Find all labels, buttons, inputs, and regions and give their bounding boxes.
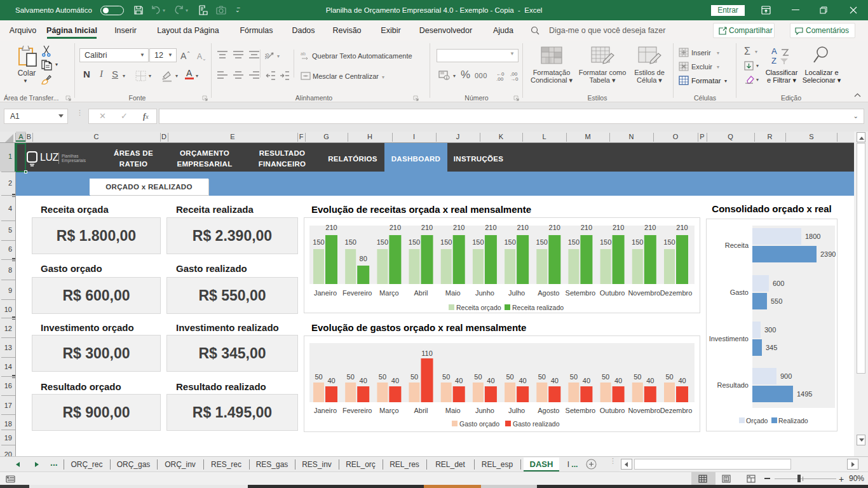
svg-text:345: 345 xyxy=(766,344,777,351)
svg-text:150: 150 xyxy=(409,238,420,246)
svg-text:40: 40 xyxy=(678,377,686,384)
svg-text:Junho: Junho xyxy=(475,289,494,297)
svg-text:150: 150 xyxy=(536,238,548,246)
svg-text:50: 50 xyxy=(474,373,482,381)
svg-text:40: 40 xyxy=(455,377,463,384)
svg-text:ab: ab xyxy=(301,51,306,56)
svg-text:210: 210 xyxy=(421,224,433,231)
svg-text:50: 50 xyxy=(570,373,578,381)
svg-text:50: 50 xyxy=(665,373,673,381)
svg-text:300: 300 xyxy=(764,326,776,334)
svg-text:2390: 2390 xyxy=(820,250,836,258)
svg-text:Fevereiro: Fevereiro xyxy=(342,289,372,297)
svg-text:Gasto orçado: Gasto orçado xyxy=(459,420,499,428)
svg-text:Receita: Receita xyxy=(725,241,749,249)
svg-text:150: 150 xyxy=(472,238,484,246)
svg-text:150: 150 xyxy=(345,238,356,246)
svg-text:Z: Z xyxy=(771,56,776,65)
svg-text:210: 210 xyxy=(644,224,656,231)
svg-text:Abril: Abril xyxy=(414,407,428,414)
svg-text:1800: 1800 xyxy=(805,233,820,240)
svg-text:50: 50 xyxy=(634,373,641,381)
svg-text:Receita orçado: Receita orçado xyxy=(456,304,501,311)
svg-text:150: 150 xyxy=(440,238,452,246)
svg-text:Novembro: Novembro xyxy=(628,407,660,414)
svg-text:Junho: Junho xyxy=(475,407,494,414)
svg-text:150: 150 xyxy=(663,238,675,246)
svg-text:40: 40 xyxy=(327,377,335,384)
svg-text:50: 50 xyxy=(506,373,513,381)
svg-text:50: 50 xyxy=(347,373,355,381)
svg-text:50: 50 xyxy=(315,373,322,381)
svg-text:50: 50 xyxy=(538,373,546,381)
svg-text:210: 210 xyxy=(581,224,592,231)
svg-text:40: 40 xyxy=(646,377,654,384)
svg-text:Dezembro: Dezembro xyxy=(660,407,693,414)
svg-text:Dezembro: Dezembro xyxy=(660,289,693,297)
svg-text:40: 40 xyxy=(551,377,559,384)
svg-text:210: 210 xyxy=(549,224,560,231)
svg-text:Maio: Maio xyxy=(445,289,461,297)
svg-text:40: 40 xyxy=(614,377,622,384)
svg-text:,00: ,00 xyxy=(496,76,504,81)
svg-text:Gasto realizado: Gasto realizado xyxy=(513,420,560,428)
svg-text:210: 210 xyxy=(517,224,528,231)
svg-text:210: 210 xyxy=(453,224,465,231)
svg-text:150: 150 xyxy=(632,238,643,246)
svg-text:50: 50 xyxy=(379,373,386,381)
svg-text:210: 210 xyxy=(390,224,401,231)
svg-text:Março: Março xyxy=(379,289,399,297)
svg-text:Resultado: Resultado xyxy=(717,381,749,389)
svg-text:Maio: Maio xyxy=(445,407,461,414)
svg-text:40: 40 xyxy=(391,377,399,384)
svg-text:550: 550 xyxy=(771,297,782,305)
svg-text:Setembro: Setembro xyxy=(566,289,596,297)
svg-text:Março: Março xyxy=(379,407,399,414)
svg-text:150: 150 xyxy=(313,238,324,246)
svg-text:210: 210 xyxy=(325,224,337,231)
svg-text:Abril: Abril xyxy=(414,289,428,297)
svg-text:150: 150 xyxy=(377,238,388,246)
svg-text:40: 40 xyxy=(583,377,590,384)
svg-text:Receita realizado: Receita realizado xyxy=(512,304,564,311)
svg-text:Julho: Julho xyxy=(508,289,525,297)
svg-text:150: 150 xyxy=(504,238,515,246)
svg-text:50: 50 xyxy=(602,373,609,381)
svg-text:Janeiro: Janeiro xyxy=(314,407,337,414)
svg-text:50: 50 xyxy=(410,373,418,381)
svg-text:Gasto: Gasto xyxy=(730,288,749,296)
svg-text:Investimento: Investimento xyxy=(709,335,749,342)
svg-text:600: 600 xyxy=(773,280,784,287)
svg-text:Agosto: Agosto xyxy=(538,407,559,414)
svg-text:Fevereiro: Fevereiro xyxy=(342,407,372,414)
svg-text:Julho: Julho xyxy=(508,407,525,414)
svg-text:Janeiro: Janeiro xyxy=(314,289,337,297)
svg-text:Outubro: Outubro xyxy=(600,407,625,414)
svg-text:210: 210 xyxy=(485,224,496,231)
svg-text:210: 210 xyxy=(676,224,688,231)
svg-text:→0: →0 xyxy=(510,76,519,81)
svg-text:210: 210 xyxy=(613,224,624,231)
svg-text:40: 40 xyxy=(360,377,367,384)
svg-text:A: A xyxy=(771,46,777,56)
svg-text:Novembro: Novembro xyxy=(628,289,660,297)
svg-text:Realizado: Realizado xyxy=(778,417,808,424)
svg-text:40: 40 xyxy=(519,377,526,384)
svg-text:Setembro: Setembro xyxy=(566,407,596,414)
svg-text:Orçado: Orçado xyxy=(746,417,768,424)
svg-text:80: 80 xyxy=(360,255,367,262)
svg-text:150: 150 xyxy=(600,238,611,246)
svg-text:40: 40 xyxy=(487,377,494,384)
svg-text:1495: 1495 xyxy=(797,390,812,398)
svg-text:150: 150 xyxy=(568,238,580,246)
svg-text:Outubro: Outubro xyxy=(600,289,625,297)
svg-text:110: 110 xyxy=(421,349,433,357)
svg-text:900: 900 xyxy=(780,372,792,380)
svg-text:50: 50 xyxy=(442,373,450,381)
svg-text:Agosto: Agosto xyxy=(538,289,559,297)
